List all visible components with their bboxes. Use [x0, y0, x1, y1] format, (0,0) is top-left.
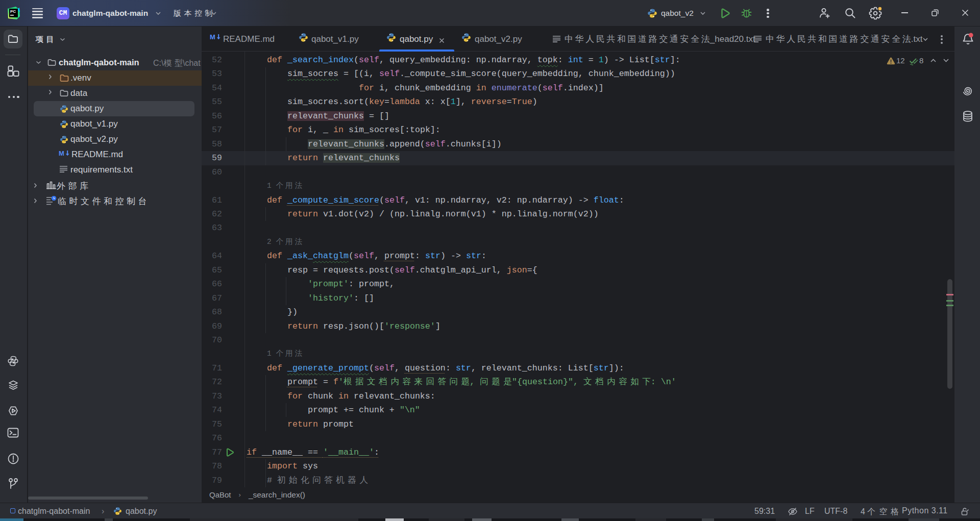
svg-text:M: M	[210, 33, 215, 41]
svg-text:PC: PC	[10, 9, 16, 14]
